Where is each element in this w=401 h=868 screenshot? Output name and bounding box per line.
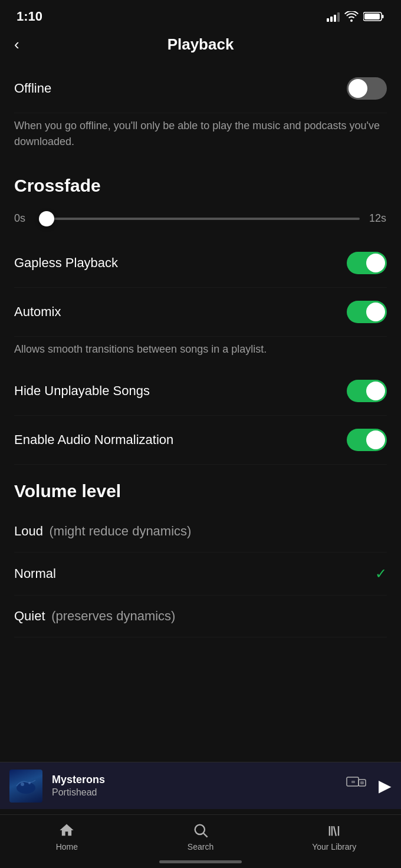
volume-option-normal-label: Normal <box>14 566 56 581</box>
wifi-icon <box>344 11 359 22</box>
svg-point-10 <box>195 825 205 834</box>
automix-description: Allows smooth transitions between songs … <box>14 337 387 367</box>
nav-item-search[interactable]: Search <box>134 822 268 851</box>
automix-toggle-knob <box>366 303 385 321</box>
library-icon <box>326 822 343 839</box>
track-info: Mysterons Portishead <box>42 774 346 798</box>
hide-unplayable-toggle-knob <box>366 382 385 400</box>
gapless-playback-toggle[interactable] <box>347 252 387 274</box>
nav-home-label: Home <box>56 842 78 851</box>
gapless-playback-label: Gapless Playback <box>14 255 118 271</box>
nav-item-library[interactable]: Your Library <box>267 822 401 851</box>
search-icon <box>192 822 209 839</box>
battery-icon <box>363 11 384 22</box>
audio-normalization-label: Enable Audio Normalization <box>14 432 173 448</box>
svg-rect-8 <box>351 781 355 783</box>
volume-option-quiet-label: Quiet (preserves dynamics) <box>14 609 175 624</box>
svg-point-4 <box>21 782 24 786</box>
crossfade-max-label: 12s <box>369 212 387 225</box>
svg-rect-1 <box>382 15 384 18</box>
gapless-playback-row: Gapless Playback <box>14 239 387 288</box>
automix-label: Automix <box>14 304 61 320</box>
hide-unplayable-label: Hide Unplayable Songs <box>14 383 150 399</box>
nav-item-home[interactable]: Home <box>0 822 134 851</box>
svg-line-11 <box>203 833 207 837</box>
crossfade-slider-container: 0s 12s <box>14 205 387 239</box>
page-title: Playback <box>167 35 234 54</box>
automix-toggle[interactable] <box>347 301 387 323</box>
offline-description: When you go offline, you'll only be able… <box>14 113 387 159</box>
status-bar: 1:10 <box>0 0 401 29</box>
crossfade-heading: Crossfade <box>14 159 387 205</box>
volume-option-normal[interactable]: Normal ✓ <box>14 553 387 596</box>
hide-unplayable-toggle[interactable] <box>347 380 387 402</box>
offline-toggle-knob <box>349 79 367 98</box>
svg-rect-9 <box>360 781 364 784</box>
status-icons <box>327 11 384 22</box>
play-button[interactable]: ▶ <box>379 776 392 795</box>
album-art <box>9 770 42 803</box>
status-time: 1:10 <box>17 9 42 24</box>
volume-option-loud[interactable]: Loud (might reduce dynamics) <box>14 511 387 553</box>
audio-normalization-toggle-knob <box>366 430 385 449</box>
nav-search-label: Search <box>188 842 213 851</box>
track-artist: Portishead <box>52 787 336 798</box>
back-button[interactable]: ‹ <box>14 35 19 54</box>
page-header: ‹ Playback <box>0 29 401 64</box>
audio-normalization-toggle[interactable] <box>347 429 387 451</box>
signal-icon <box>327 11 340 22</box>
normal-selected-check: ✓ <box>375 565 387 582</box>
now-playing-bar[interactable]: Mysterons Portishead ▶ <box>0 762 401 809</box>
crossfade-slider-thumb[interactable] <box>39 211 54 226</box>
album-art-graphic <box>14 777 38 795</box>
now-playing-controls: ▶ <box>346 776 392 796</box>
crossfade-min-label: 0s <box>14 212 32 225</box>
svg-rect-2 <box>364 14 380 19</box>
hide-unplayable-row: Hide Unplayable Songs <box>14 367 387 416</box>
home-icon <box>58 822 75 839</box>
gapless-playback-toggle-knob <box>366 254 385 272</box>
device-connect-icon[interactable] <box>346 776 367 796</box>
automix-row: Automix <box>14 288 387 337</box>
audio-normalization-row: Enable Audio Normalization <box>14 416 387 465</box>
track-title: Mysterons <box>52 774 336 786</box>
offline-label: Offline <box>14 81 51 96</box>
nav-library-label: Your Library <box>312 842 356 851</box>
volume-level-heading: Volume level <box>14 465 387 511</box>
offline-setting-row: Offline <box>14 64 387 113</box>
volume-option-quiet[interactable]: Quiet (preserves dynamics) <box>14 596 387 637</box>
home-indicator <box>159 860 242 863</box>
offline-toggle[interactable] <box>347 77 387 100</box>
svg-point-5 <box>28 782 31 784</box>
settings-content: Offline When you go offline, you'll only… <box>0 64 401 637</box>
volume-option-loud-label: Loud (might reduce dynamics) <box>14 524 191 539</box>
crossfade-slider-track[interactable] <box>41 218 360 220</box>
